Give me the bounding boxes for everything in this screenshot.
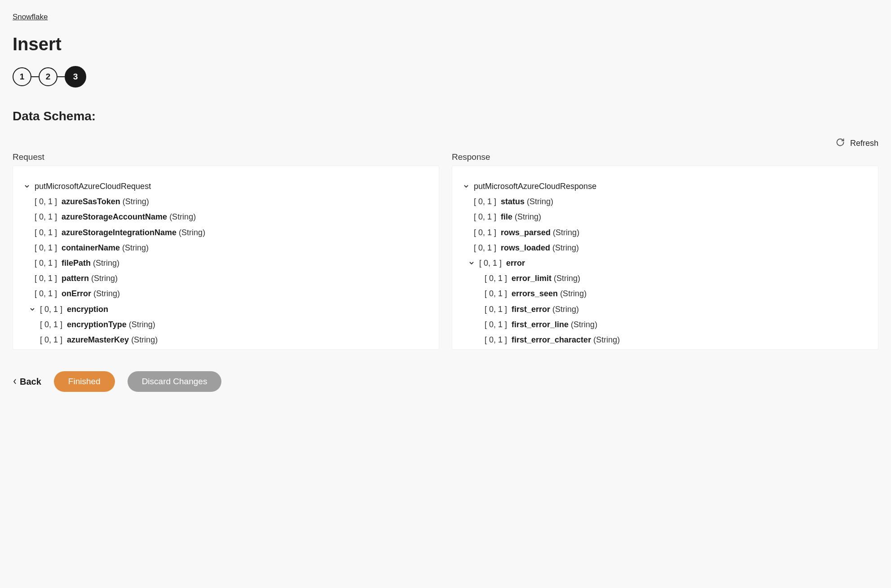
breadcrumb-snowflake[interactable]: Snowflake: [13, 13, 48, 22]
refresh-icon: [836, 138, 845, 149]
step-3[interactable]: 3: [65, 66, 86, 88]
refresh-label: Refresh: [850, 139, 878, 148]
back-button[interactable]: Back: [13, 377, 41, 387]
tree-field[interactable]: [ 0, 1 ] azureSasToken (String): [24, 194, 428, 209]
tree-field[interactable]: [ 0, 1 ] containerName (String): [24, 240, 428, 255]
step-connector: [57, 76, 65, 77]
step-1[interactable]: 1: [13, 67, 31, 86]
tree-field[interactable]: [ 0, 1 ] filePath (String): [24, 255, 428, 271]
tree-node-encryption[interactable]: [ 0, 1 ] encryption: [24, 302, 428, 317]
footer-actions: Back Finished Discard Changes: [13, 371, 878, 392]
tree-field[interactable]: [ 0, 1 ] status (String): [463, 194, 867, 209]
section-title-data-schema: Data Schema:: [13, 109, 878, 123]
stepper: 1 2 3: [13, 66, 878, 88]
chevron-down-icon[interactable]: [29, 307, 35, 312]
panel-label-request: Request: [13, 152, 439, 162]
tree-field[interactable]: [ 0, 1 ] first_error_line (String): [463, 317, 867, 332]
chevron-down-icon[interactable]: [463, 184, 469, 189]
tree-root-label: putMicrosoftAzureCloudRequest: [35, 179, 151, 194]
tree-root-response[interactable]: putMicrosoftAzureCloudResponse: [463, 179, 867, 194]
tree-root-request[interactable]: putMicrosoftAzureCloudRequest: [24, 179, 428, 194]
tree-field[interactable]: [ 0, 1 ] first_error_character (String): [463, 332, 867, 347]
panel-label-response: Response: [452, 152, 878, 162]
tree-field[interactable]: [ 0, 1 ] file (String): [463, 209, 867, 224]
refresh-button[interactable]: Refresh: [13, 138, 878, 149]
step-connector: [31, 76, 39, 77]
tree-field[interactable]: [ 0, 1 ] onError (String): [24, 286, 428, 301]
request-panel: putMicrosoftAzureCloudRequest [ 0, 1 ] a…: [13, 166, 439, 350]
tree-field[interactable]: [ 0, 1 ] errors_seen (String): [463, 286, 867, 301]
chevron-left-icon: [13, 377, 17, 387]
discard-changes-button[interactable]: Discard Changes: [128, 371, 222, 392]
tree-field[interactable]: [ 0, 1 ] first_error_column_name (String…: [463, 347, 867, 350]
step-2[interactable]: 2: [39, 67, 57, 86]
tree-field[interactable]: [ 0, 1 ] encryptionType (String): [24, 317, 428, 332]
tree-field[interactable]: [ 0, 1 ] azureStorageIntegrationName (St…: [24, 225, 428, 240]
tree-field[interactable]: [ 0, 1 ] error_limit (String): [463, 271, 867, 286]
chevron-down-icon[interactable]: [24, 184, 30, 189]
tree-field[interactable]: [ 0, 1 ] azureStorageAccountName (String…: [24, 209, 428, 224]
chevron-down-icon[interactable]: [468, 260, 475, 266]
tree-root-label: putMicrosoftAzureCloudResponse: [474, 179, 596, 194]
back-label: Back: [20, 377, 41, 387]
page-title: Insert: [13, 34, 878, 54]
finished-button[interactable]: Finished: [54, 371, 115, 392]
response-panel: putMicrosoftAzureCloudResponse [ 0, 1 ] …: [452, 166, 878, 350]
tree-field[interactable]: [ 0, 1 ] azureMasterKey (String): [24, 332, 428, 347]
tree-field[interactable]: [ 0, 1 ] first_error (String): [463, 302, 867, 317]
tree-field[interactable]: [ 0, 1 ] rows_loaded (String): [463, 240, 867, 255]
tree-node-error[interactable]: [ 0, 1 ] error: [463, 255, 867, 271]
tree-node-fileformat[interactable]: [ 0, 1 ] fileFormat: [24, 347, 428, 350]
tree-field[interactable]: [ 0, 1 ] pattern (String): [24, 271, 428, 286]
tree-field[interactable]: [ 0, 1 ] rows_parsed (String): [463, 225, 867, 240]
